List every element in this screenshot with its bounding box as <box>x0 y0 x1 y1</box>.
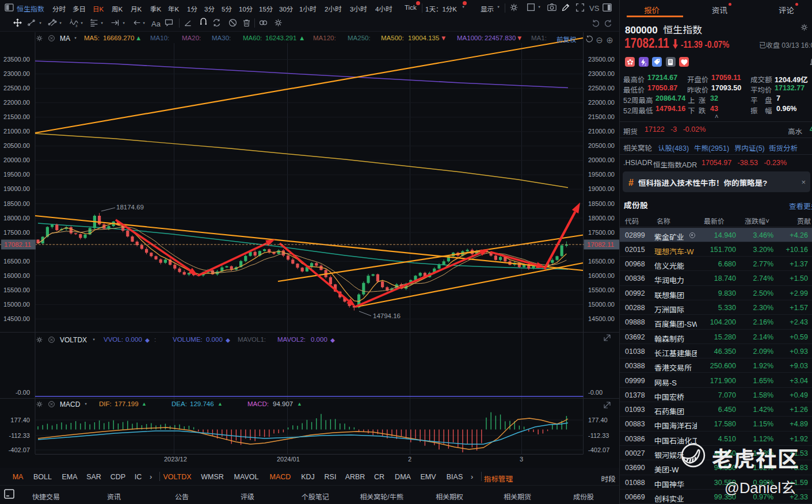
svg-text:-0.00: -0.00 <box>588 389 603 396</box>
svg-text:16000.00: 16000.00 <box>588 272 615 279</box>
svg-text:20000.00: 20000.00 <box>3 156 30 163</box>
svg-text:14794.16: 14794.16 <box>373 312 401 319</box>
svg-text:22000.00: 22000.00 <box>3 99 30 106</box>
svg-text:-112.33: -112.33 <box>9 432 31 439</box>
svg-text:22000.00: 22000.00 <box>588 99 615 106</box>
svg-text:16500.00: 16500.00 <box>3 258 30 265</box>
svg-text:14500.00: 14500.00 <box>3 315 30 322</box>
svg-text:2024/01: 2024/01 <box>277 456 300 463</box>
svg-text:17082.11: 17082.11 <box>587 241 614 248</box>
svg-text:16500.00: 16500.00 <box>588 258 615 265</box>
svg-text:15500.00: 15500.00 <box>588 287 615 293</box>
svg-text:177.40: 177.40 <box>588 417 608 423</box>
svg-text:23500.00: 23500.00 <box>588 56 615 63</box>
svg-text:21000.00: 21000.00 <box>588 128 615 135</box>
svg-text:22500.00: 22500.00 <box>3 85 30 91</box>
svg-text:23000.00: 23000.00 <box>588 70 615 77</box>
svg-text:18500.00: 18500.00 <box>588 200 615 207</box>
svg-text:15000.00: 15000.00 <box>588 301 615 308</box>
svg-text:23500.00: 23500.00 <box>3 56 30 63</box>
svg-text:21000.00: 21000.00 <box>3 128 30 135</box>
svg-text:15000.00: 15000.00 <box>3 301 30 308</box>
svg-text:17500.00: 17500.00 <box>588 229 615 236</box>
svg-text:22500.00: 22500.00 <box>588 85 615 91</box>
svg-text:20000.00: 20000.00 <box>588 156 615 163</box>
svg-text:2: 2 <box>408 456 411 463</box>
svg-text:-402.07: -402.07 <box>588 446 609 453</box>
svg-text:21500.00: 21500.00 <box>588 113 615 120</box>
svg-text:19500.00: 19500.00 <box>588 171 615 178</box>
svg-text:3: 3 <box>520 456 523 463</box>
svg-text:20500.00: 20500.00 <box>3 142 30 149</box>
svg-text:20500.00: 20500.00 <box>588 142 615 149</box>
svg-text:177.40: 177.40 <box>10 417 30 423</box>
svg-text:19500.00: 19500.00 <box>3 171 30 178</box>
svg-text:18000.00: 18000.00 <box>3 215 30 222</box>
svg-text:17500.00: 17500.00 <box>3 229 30 236</box>
svg-text:1: 1 <box>70 18 73 22</box>
svg-text:19000.00: 19000.00 <box>3 185 30 192</box>
svg-text:-0.00: -0.00 <box>16 389 30 396</box>
svg-text:2023/12: 2023/12 <box>164 456 187 463</box>
svg-text:-112.33: -112.33 <box>588 432 609 439</box>
svg-text:17082.11: 17082.11 <box>4 241 31 248</box>
svg-text:21500.00: 21500.00 <box>3 113 30 120</box>
svg-text:18174.69: 18174.69 <box>116 204 144 211</box>
svg-text:18000.00: 18000.00 <box>588 215 615 222</box>
svg-text:-402.07: -402.07 <box>9 446 30 453</box>
svg-text:16000.00: 16000.00 <box>3 272 30 279</box>
svg-text:2: 2 <box>645 63 647 66</box>
svg-text:15500.00: 15500.00 <box>3 287 30 293</box>
svg-text:14500.00: 14500.00 <box>588 315 615 322</box>
svg-text:23000.00: 23000.00 <box>3 70 30 77</box>
svg-text:18500.00: 18500.00 <box>3 200 30 207</box>
svg-text:19000.00: 19000.00 <box>588 185 615 192</box>
svg-text:3: 3 <box>75 24 78 28</box>
